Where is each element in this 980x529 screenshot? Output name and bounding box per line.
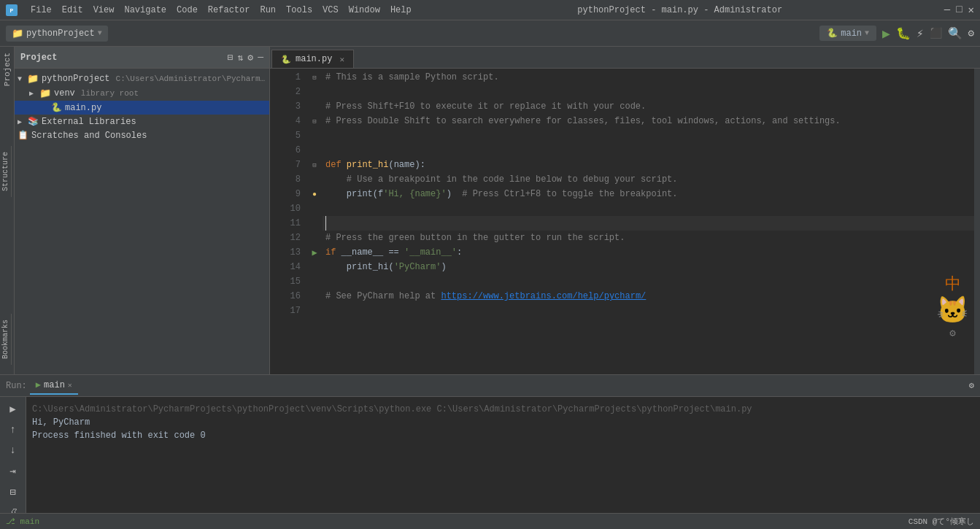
code-line-15	[323, 274, 974, 289]
project-selector[interactable]: 📁 pythonProject ▼	[6, 26, 108, 42]
code-line-5	[323, 128, 974, 143]
maximize-button[interactable]: □	[956, 4, 962, 16]
profile-button[interactable]: ⚡	[917, 26, 924, 41]
structure-tab[interactable]: Structure	[0, 149, 11, 194]
gutter: ⊟ ⊟ ⊟ ● ▶	[306, 69, 323, 374]
scroll-up-button[interactable]: ↑	[3, 421, 23, 439]
gutter-16	[306, 289, 323, 304]
editor-scrollbar[interactable]	[974, 69, 980, 374]
debug-button[interactable]: 🐛	[896, 26, 911, 41]
search-everywhere-button[interactable]: 🔍	[948, 26, 962, 41]
menu-navigate[interactable]: Navigate	[120, 4, 171, 17]
status-left: ⎇ main	[6, 517, 39, 526]
gutter-7: ⊟	[306, 158, 323, 172]
tree-root[interactable]: ▼ 📁 pythonProject C:\Users\Administrator…	[15, 72, 269, 86]
sidebar-tab-project[interactable]: Project	[1, 47, 14, 92]
menu-run[interactable]: Run	[255, 4, 280, 17]
wrap-button[interactable]: ⇥	[3, 462, 23, 480]
main-py-label: main.py	[65, 103, 101, 113]
run-line-icon[interactable]: ▶	[312, 247, 317, 258]
menu-refactor[interactable]: Refactor	[204, 4, 255, 17]
left-bookmarks-bar: Bookmarks	[0, 314, 12, 365]
gutter-1: ⊟	[306, 70, 323, 85]
root-path: C:\Users\Administrator\PycharmPr...	[116, 74, 266, 83]
project-panel: Project ⊟ ⇅ ⚙ — ▼ 📁 pythonProject C:\Use…	[15, 47, 270, 374]
code-funcname-7: print_hi	[347, 158, 389, 172]
panel-close-icon[interactable]: —	[258, 52, 263, 63]
tree-venv[interactable]: ▶ 📁 venv library root	[15, 86, 269, 101]
bottom-tab-main[interactable]: ▶ main ✕	[30, 377, 78, 395]
external-libraries-label: External Libraries	[42, 117, 136, 127]
code-line-3: # Press Shift+F10 to execute it or repla…	[323, 99, 974, 114]
title-bar: P File Edit View Navigate Code Refactor …	[0, 0, 980, 20]
code-text-4: # Press Double Shift to search everywher…	[325, 114, 841, 128]
tree-main-py[interactable]: ▶ 🐍 main.py	[15, 101, 269, 115]
tab-close-icon[interactable]: ✕	[339, 55, 344, 64]
code-def-7: def	[325, 158, 347, 172]
filter-button[interactable]: ⊟	[3, 483, 23, 501]
code-str-9: 'Hi, {name}'	[383, 187, 446, 201]
print-button[interactable]: 🖨	[3, 504, 23, 513]
code-line-1: # This is a sample Python script.	[323, 70, 974, 85]
fold-icon-7[interactable]: ⊟	[312, 161, 316, 169]
venv-sublabel: library root	[81, 89, 139, 98]
sort-icon[interactable]: ⇅	[238, 52, 244, 63]
menu-window[interactable]: Window	[344, 4, 385, 17]
tree-external-libs[interactable]: ▶ 📚 External Libraries	[15, 115, 269, 128]
git-status[interactable]: ⎇ main	[6, 517, 39, 526]
gutter-4: ⊟	[306, 114, 323, 128]
gutter-5	[306, 128, 323, 143]
root-arrow-icon: ▼	[18, 75, 24, 83]
terminal-output: C:\Users\Administrator\PycharmProjects\p…	[26, 397, 980, 513]
menu-file[interactable]: File	[26, 4, 56, 17]
line-num-4: 4	[276, 114, 301, 128]
code-text-12: # Press the green button in the gutter t…	[325, 231, 625, 245]
run-label: Run:	[6, 381, 27, 391]
fold-icon-1[interactable]: ⊟	[312, 74, 316, 82]
code-paren-7: (	[388, 158, 393, 172]
menu-edit[interactable]: Edit	[58, 4, 88, 17]
panel-settings-icon[interactable]: ⚙	[247, 52, 253, 63]
stop-button[interactable]: ⬛	[930, 27, 942, 39]
run-button[interactable]: ▶	[882, 26, 890, 42]
menu-vcs[interactable]: VCS	[318, 4, 343, 17]
collapse-all-icon[interactable]: ⊟	[228, 52, 234, 63]
tree-scratches[interactable]: 📋 Scratches and Consoles	[15, 128, 269, 142]
run-tab-name: main	[44, 380, 65, 390]
ext-libs-arrow-icon: ▶	[18, 117, 25, 126]
rerun-button[interactable]: ▶	[3, 400, 23, 418]
breakpoint-icon[interactable]: ●	[312, 190, 317, 198]
code-name-13: __name__ ==	[342, 245, 404, 260]
code-text-1: # This is a sample Python script.	[325, 70, 499, 85]
close-button[interactable]: ✕	[968, 4, 974, 16]
scroll-down-button[interactable]: ↓	[3, 441, 23, 459]
lib-icon: 📚	[28, 116, 39, 127]
minimize-button[interactable]: —	[944, 4, 950, 16]
bookmarks-tab[interactable]: Bookmarks	[0, 317, 11, 362]
bottom-toolbar: ▶ ↑ ↓ ⇥ ⊟ 🖨 ✕	[0, 397, 26, 513]
menu-view[interactable]: View	[89, 4, 119, 17]
tab-label: main.py	[296, 54, 332, 64]
menu-code[interactable]: Code	[172, 4, 202, 17]
left-structure-bar: Structure	[0, 146, 12, 197]
fold-icon-4[interactable]: ⊟	[312, 117, 316, 126]
run-tab-icon: ▶	[36, 379, 41, 390]
code-area[interactable]: # This is a sample Python script. # Pres…	[323, 69, 974, 374]
window-title: pythonProject - main.py - Administrator	[425, 5, 935, 15]
menu-help[interactable]: Help	[386, 4, 416, 17]
code-str-14: 'PyCharm'	[394, 260, 441, 274]
code-if-13: if	[325, 245, 342, 260]
venv-arrow-icon: ▶	[29, 89, 36, 98]
settings-button[interactable]: ⚙	[968, 27, 974, 39]
editor-tab-main-py[interactable]: 🐍 main.py ✕	[271, 50, 354, 68]
gutter-12	[306, 231, 323, 245]
bottom-content: ▶ ↑ ↓ ⇥ ⊟ 🖨 ✕ C:\Users\Administrator\Pyc…	[0, 397, 980, 513]
run-config-selector[interactable]: 🐍 main ▼	[819, 26, 876, 41]
menu-tools[interactable]: Tools	[282, 4, 317, 17]
editor-area: 🐍 main.py ✕ 1 2 3 4 5 6 7 8 9 10 11 12 1…	[270, 47, 980, 374]
venv-folder-icon: 📁	[39, 88, 51, 99]
project-tree: ▼ 📁 pythonProject C:\Users\Administrator…	[15, 69, 269, 374]
run-tab-close-icon[interactable]: ✕	[68, 381, 72, 390]
code-link-16[interactable]: https://www.jetbrains.com/help/pycharm/	[441, 289, 646, 304]
bottom-settings-icon[interactable]: ⚙	[969, 380, 974, 391]
